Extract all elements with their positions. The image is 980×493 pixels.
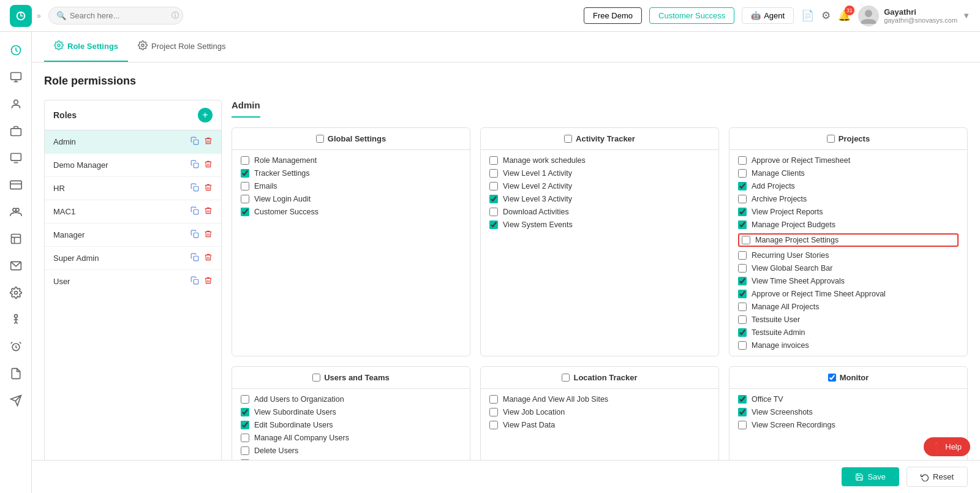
cb-delete-users[interactable] <box>241 446 249 455</box>
cb-testsuite-admin[interactable] <box>738 328 747 337</box>
delete-role-button[interactable] <box>204 137 213 147</box>
user-dropdown-icon: ▼ <box>962 11 970 20</box>
copy-role-button[interactable] <box>190 276 199 287</box>
cb-download-activities[interactable] <box>489 208 498 216</box>
cb-role-management[interactable] <box>241 156 249 165</box>
cb-manage-invoices[interactable] <box>738 341 747 350</box>
section-location-tracker-checkbox[interactable] <box>562 374 570 382</box>
add-role-button[interactable]: + <box>198 108 213 122</box>
delete-role-button[interactable] <box>204 183 213 194</box>
sidebar-item-tv[interactable] <box>4 65 28 89</box>
settings-icon[interactable]: ⚙ <box>821 9 831 22</box>
tab-project-role-settings[interactable]: Project Role Settings <box>128 32 235 62</box>
cb-approve-reject-timesheet-approval[interactable] <box>738 290 747 298</box>
agent-button[interactable]: 🤖 Agent <box>742 7 794 24</box>
sidebar-item-monitor[interactable] <box>4 146 28 170</box>
document-icon[interactable]: 📄 <box>801 9 814 22</box>
roles-header-title: Roles <box>53 110 77 120</box>
copy-role-button[interactable] <box>190 253 199 263</box>
sidebar-item-send[interactable] <box>4 388 28 413</box>
help-button[interactable]: ❓ Help <box>924 437 970 456</box>
cb-customer-success[interactable] <box>241 208 249 216</box>
delete-role-button[interactable] <box>204 160 213 170</box>
cb-manage-all-projects[interactable] <box>738 303 747 311</box>
cb-archive-projects[interactable] <box>738 195 747 203</box>
delete-role-button[interactable] <box>204 253 213 263</box>
sidebar-item-users[interactable] <box>4 200 28 224</box>
sidebar-item-user[interactable] <box>4 92 28 116</box>
reset-button[interactable]: Reset <box>907 467 968 487</box>
delete-role-button[interactable] <box>204 230 213 240</box>
role-item[interactable]: Super Admin <box>45 247 221 270</box>
section-users-teams-checkbox[interactable] <box>312 374 320 382</box>
copy-role-button[interactable] <box>190 230 199 240</box>
search-box[interactable]: 🔍 ⓘ <box>48 7 183 24</box>
cb-manage-project-settings[interactable] <box>742 236 750 244</box>
cb-office-tv[interactable] <box>738 395 747 404</box>
cb-view-global-search-bar[interactable] <box>738 264 747 273</box>
sidebar-item-gear[interactable] <box>4 280 28 305</box>
delete-role-button[interactable] <box>204 276 213 287</box>
cb-recurring-user-stories[interactable] <box>738 251 747 260</box>
cb-view-login-audit[interactable] <box>241 195 249 203</box>
cb-view-job-location[interactable] <box>489 408 498 416</box>
section-monitor-checkbox[interactable] <box>828 374 836 382</box>
sidebar-item-doc[interactable] <box>4 361 28 386</box>
role-item[interactable]: HR <box>45 177 221 200</box>
role-item[interactable]: Admin <box>45 130 221 154</box>
cb-add-projects[interactable] <box>738 182 747 190</box>
app-logo[interactable] <box>10 5 32 27</box>
section-activity-tracker-checkbox[interactable] <box>564 135 572 143</box>
cb-view-past-data[interactable] <box>489 421 498 429</box>
cb-view-level1-activity[interactable] <box>489 169 498 178</box>
cb-view-screenshots[interactable] <box>738 408 747 416</box>
delete-role-button[interactable] <box>204 206 213 217</box>
cb-manage-clients[interactable] <box>738 169 747 178</box>
svg-rect-41 <box>194 279 198 284</box>
sidebar-item-alarm[interactable] <box>4 334 28 359</box>
sidebar-item-clock[interactable] <box>4 38 28 62</box>
cb-view-level3-activity[interactable] <box>489 195 498 203</box>
free-demo-button[interactable]: Free Demo <box>584 7 642 24</box>
copy-role-button[interactable] <box>190 137 199 147</box>
cb-manage-view-job-sites[interactable] <box>489 395 498 404</box>
cb-manage-all-company-users[interactable] <box>241 434 249 442</box>
sidebar-item-mail[interactable] <box>4 254 28 278</box>
role-item[interactable]: Demo Manager <box>45 154 221 177</box>
cb-testsuite-user[interactable] <box>738 315 747 324</box>
cb-manage-project-budgets[interactable] <box>738 220 747 229</box>
role-item[interactable]: Manager <box>45 224 221 247</box>
sidebar-item-team[interactable] <box>4 227 28 251</box>
cb-view-project-reports[interactable] <box>738 208 747 216</box>
save-button[interactable]: Save <box>842 467 899 486</box>
cb-view-level2-activity[interactable] <box>489 182 498 190</box>
sidebar-item-person[interactable] <box>4 307 28 332</box>
cb-manage-work-schedules[interactable] <box>489 156 498 165</box>
tab-role-settings[interactable]: Role Settings <box>44 32 128 62</box>
role-item[interactable]: User <box>45 270 221 293</box>
customer-success-button[interactable]: Customer Success <box>649 7 734 24</box>
sidebar-item-briefcase[interactable] <box>4 119 28 143</box>
user-profile[interactable]: Gayathri gayathri@snovasys.com ▼ <box>858 6 970 26</box>
role-item[interactable]: MAC1 <box>45 200 221 224</box>
user-name: Gayathri <box>884 7 957 17</box>
search-input[interactable] <box>70 11 168 20</box>
cb-view-system-events[interactable] <box>489 220 498 229</box>
cb-view-subordinate-users[interactable] <box>241 408 249 416</box>
cb-approve-reject-timesheet[interactable] <box>738 156 747 165</box>
cb-edit-subordinate-users[interactable] <box>241 421 249 429</box>
cb-view-timesheet-approvals[interactable] <box>738 277 747 285</box>
section-projects-checkbox[interactable] <box>827 135 835 143</box>
copy-role-button[interactable] <box>190 183 199 194</box>
sidebar-item-card[interactable] <box>4 173 28 197</box>
cb-add-users-org[interactable] <box>241 395 249 404</box>
svg-rect-7 <box>10 73 21 80</box>
cb-emails[interactable] <box>241 182 249 190</box>
copy-role-button[interactable] <box>190 160 199 170</box>
notification-bell[interactable]: 🔔 31 <box>838 9 851 22</box>
copy-role-button[interactable] <box>190 206 199 217</box>
section-global-settings-checkbox[interactable] <box>316 135 324 143</box>
svg-rect-37 <box>194 186 198 191</box>
cb-tracker-settings[interactable] <box>241 169 249 178</box>
cb-view-screen-recordings[interactable] <box>738 421 747 429</box>
